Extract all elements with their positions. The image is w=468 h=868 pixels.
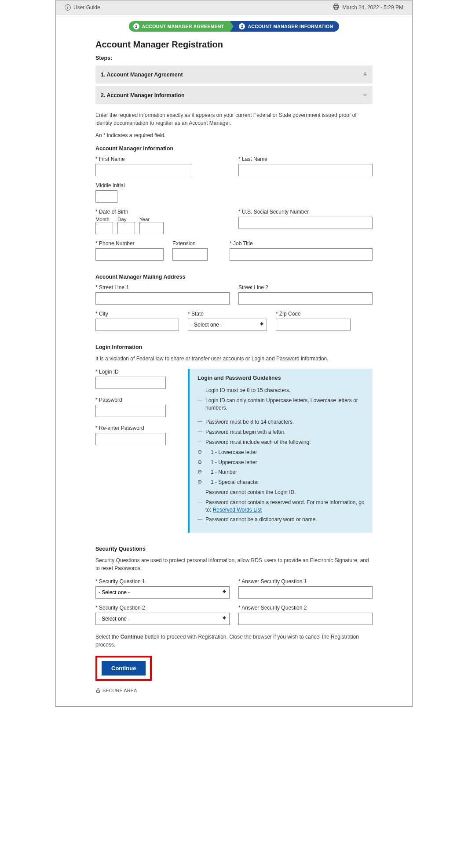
guideline-subitem: 1 - Special character bbox=[197, 477, 365, 487]
guideline-subitem: 1 - Uppercase letter bbox=[197, 458, 365, 468]
repassword-label: * Re-enter Password bbox=[95, 425, 179, 431]
phone-label: * Phone Number bbox=[95, 240, 164, 247]
guideline-subitem: 1 - Number bbox=[197, 467, 365, 477]
login-warning: It is a violation of Federal law to shar… bbox=[95, 355, 373, 363]
guideline-item: Login ID can only contain Uppercase lett… bbox=[197, 396, 365, 413]
step-2-label: ACCOUNT MANAGER INFORMATION bbox=[248, 24, 333, 29]
street2-input[interactable] bbox=[238, 292, 373, 305]
page-title: Account Manager Registration bbox=[95, 40, 373, 50]
ssn-input[interactable] bbox=[238, 217, 373, 229]
continue-highlight-box: Continue bbox=[95, 656, 152, 681]
guideline-item: Login ID must be 8 to 15 characters. bbox=[197, 385, 365, 396]
first-name-input[interactable] bbox=[95, 164, 192, 176]
intro-text: Enter the required information exactly a… bbox=[95, 111, 373, 127]
secure-area-label: SECURE AREA bbox=[102, 688, 137, 693]
accordion-agreement[interactable]: 1. Account Manager Agreement + bbox=[95, 65, 373, 84]
dob-year-label: Year bbox=[139, 217, 164, 222]
datetime-text: March 24, 2022 - 5:29 PM bbox=[342, 4, 403, 11]
sq1-label: * Security Question 1 bbox=[95, 578, 230, 585]
dob-month-input[interactable] bbox=[95, 222, 113, 234]
section-mailing-address: Account Manager Mailing Address bbox=[95, 274, 373, 280]
zip-input[interactable] bbox=[276, 319, 351, 331]
step-1-label: ACCOUNT MANAGER AGREEMENT bbox=[142, 24, 224, 29]
guideline-item: Password cannot contain the Login ID. bbox=[197, 487, 365, 498]
extension-input[interactable] bbox=[172, 248, 208, 261]
repassword-input[interactable] bbox=[95, 433, 166, 445]
guideline-item: Password must include each of the follow… bbox=[197, 437, 365, 447]
job-title-label: * Job Title bbox=[230, 240, 373, 247]
progress-stepper: 1ACCOUNT MANAGER AGREEMENT 2ACCOUNT MANA… bbox=[95, 21, 373, 32]
sq2-select[interactable]: - Select one - bbox=[95, 613, 230, 625]
zip-label: * Zip Code bbox=[276, 311, 351, 317]
section-account-info: Account Manager Information bbox=[95, 145, 373, 152]
security-text: Security Questions are used to protect p… bbox=[95, 556, 373, 572]
middle-initial-label: Middle Initial bbox=[95, 182, 373, 189]
user-guide-link[interactable]: User Guide bbox=[73, 4, 100, 11]
password-label: * Password bbox=[95, 397, 179, 403]
guideline-item: Password must begin with a letter. bbox=[197, 427, 365, 437]
login-id-label: * Login ID bbox=[95, 369, 179, 375]
state-select[interactable]: - Select one - bbox=[188, 319, 267, 331]
sq1-select[interactable]: - Select one - bbox=[95, 586, 230, 599]
aq2-input[interactable] bbox=[238, 613, 373, 625]
accordion-agreement-label: 1. Account Manager Agreement bbox=[101, 72, 183, 78]
guideline-item: Password cannot contain a reserved word.… bbox=[197, 498, 365, 515]
extension-label: Extension bbox=[172, 240, 208, 247]
last-name-input[interactable] bbox=[238, 164, 373, 176]
city-input[interactable] bbox=[95, 319, 179, 331]
dob-month-label: Month bbox=[95, 217, 113, 222]
print-icon[interactable] bbox=[333, 3, 340, 11]
password-input[interactable] bbox=[95, 405, 166, 417]
middle-initial-input[interactable] bbox=[95, 190, 117, 203]
required-note: An * indicates a required field. bbox=[95, 131, 373, 139]
guideline-subitem: 1 - Lowercase letter bbox=[197, 447, 365, 458]
city-label: * City bbox=[95, 311, 179, 317]
dob-year-input[interactable] bbox=[139, 222, 164, 234]
steps-label: Steps: bbox=[95, 55, 373, 61]
phone-input[interactable] bbox=[95, 248, 164, 261]
info-icon: i bbox=[65, 4, 71, 11]
job-title-input[interactable] bbox=[230, 248, 373, 261]
ssn-label: * U.S. Social Security Number bbox=[238, 209, 373, 215]
sq2-label: * Security Question 2 bbox=[95, 605, 230, 611]
accordion-information[interactable]: 2. Account Manager Information − bbox=[95, 86, 373, 104]
state-label: * State bbox=[188, 311, 267, 317]
street1-label: * Street Line 1 bbox=[95, 284, 230, 291]
aq1-label: * Answer Security Question 1 bbox=[238, 578, 373, 585]
guidelines-box: Login and Password Guidelines Login ID m… bbox=[188, 369, 373, 533]
aq2-label: * Answer Security Question 2 bbox=[238, 605, 373, 611]
dob-day-label: Day bbox=[117, 217, 135, 222]
guideline-item: Password cannot be a dictionary word or … bbox=[197, 515, 365, 525]
guidelines-title: Login and Password Guidelines bbox=[197, 375, 365, 381]
street1-input[interactable] bbox=[95, 292, 230, 305]
top-bar: i User Guide March 24, 2022 - 5:29 PM bbox=[56, 0, 412, 15]
reserved-words-link[interactable]: Reserved Words List bbox=[213, 507, 262, 513]
aq1-input[interactable] bbox=[238, 586, 373, 599]
plus-icon: + bbox=[362, 70, 367, 79]
svg-rect-3 bbox=[97, 690, 100, 693]
minus-icon: − bbox=[362, 91, 367, 100]
lock-icon bbox=[95, 688, 101, 693]
section-login-info: Login Information bbox=[95, 344, 373, 350]
accordion-information-label: 2. Account Manager Information bbox=[101, 92, 185, 98]
continue-button[interactable]: Continue bbox=[102, 661, 146, 676]
last-name-label: * Last Name bbox=[238, 156, 373, 162]
step-1-pill: 1ACCOUNT MANAGER AGREEMENT bbox=[129, 21, 230, 32]
step-2-pill: 2ACCOUNT MANAGER INFORMATION bbox=[230, 21, 339, 32]
login-id-input[interactable] bbox=[95, 377, 166, 389]
section-security-questions: Security Questions bbox=[95, 546, 373, 552]
street2-label: Street Line 2 bbox=[238, 284, 373, 291]
page-frame: i User Guide March 24, 2022 - 5:29 PM 1A… bbox=[55, 0, 413, 707]
dob-day-input[interactable] bbox=[117, 222, 135, 234]
dob-label: * Date of Birth bbox=[95, 209, 230, 215]
secure-area-badge: SECURE AREA bbox=[95, 688, 373, 693]
guideline-item: Password must be 8 to 14 characters. bbox=[197, 417, 365, 427]
continue-instruction: Select the Continue button to proceed wi… bbox=[95, 633, 373, 649]
first-name-label: * First Name bbox=[95, 156, 230, 162]
